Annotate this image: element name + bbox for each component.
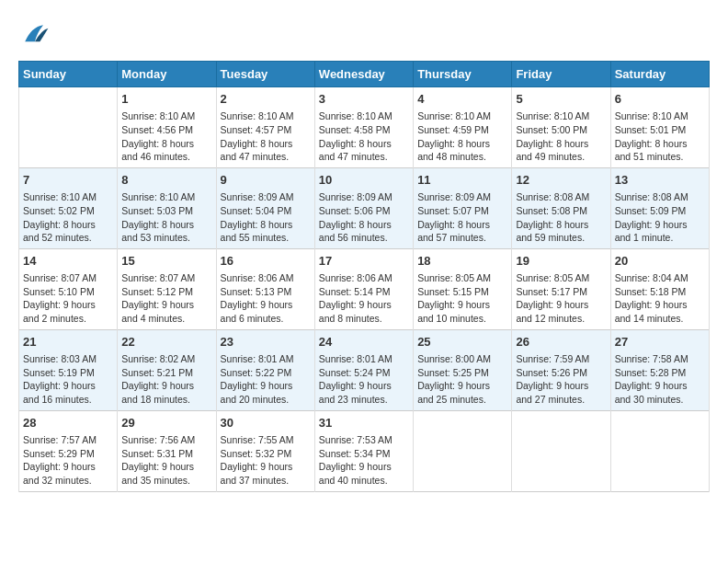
calendar-cell: 19Sunrise: 8:05 AMSunset: 5:17 PMDayligh…	[512, 248, 610, 329]
col-header-friday: Friday	[512, 62, 610, 87]
calendar-cell: 17Sunrise: 8:06 AMSunset: 5:14 PMDayligh…	[314, 248, 413, 329]
day-number: 5	[516, 91, 606, 108]
day-info: Sunrise: 7:55 AMSunset: 5:32 PMDaylight:…	[221, 433, 311, 488]
day-number: 25	[417, 334, 507, 350]
day-info: Sunrise: 8:05 AMSunset: 5:15 PMDaylight:…	[417, 271, 507, 326]
week-row: 21Sunrise: 8:03 AMSunset: 5:19 PMDayligh…	[19, 329, 710, 410]
day-info: Sunrise: 7:57 AMSunset: 5:29 PMDaylight:…	[23, 433, 113, 488]
day-info: Sunrise: 8:03 AMSunset: 5:19 PMDaylight:…	[23, 352, 113, 407]
day-info: Sunrise: 8:08 AMSunset: 5:08 PMDaylight:…	[516, 190, 606, 245]
day-number: 29	[121, 415, 211, 431]
col-header-tuesday: Tuesday	[216, 62, 314, 87]
day-number: 19	[516, 253, 606, 270]
day-info: Sunrise: 8:10 AMSunset: 4:59 PMDaylight:…	[417, 109, 507, 164]
day-info: Sunrise: 8:10 AMSunset: 4:57 PMDaylight:…	[221, 109, 311, 164]
week-row: 28Sunrise: 7:57 AMSunset: 5:29 PMDayligh…	[19, 410, 710, 491]
day-info: Sunrise: 8:04 AMSunset: 5:18 PMDaylight:…	[615, 271, 705, 326]
calendar-cell	[414, 410, 512, 491]
day-info: Sunrise: 8:10 AMSunset: 4:56 PMDaylight:…	[121, 109, 211, 164]
calendar-cell: 31Sunrise: 7:53 AMSunset: 5:34 PMDayligh…	[314, 410, 413, 491]
day-number: 1	[121, 91, 211, 108]
col-header-thursday: Thursday	[414, 62, 512, 87]
day-number: 31	[319, 415, 409, 431]
calendar-table: SundayMondayTuesdayWednesdayThursdayFrid…	[18, 61, 710, 492]
day-info: Sunrise: 7:53 AMSunset: 5:34 PMDaylight:…	[319, 433, 409, 488]
week-row: 14Sunrise: 8:07 AMSunset: 5:10 PMDayligh…	[19, 248, 710, 329]
calendar-cell	[512, 410, 610, 491]
day-info: Sunrise: 8:09 AMSunset: 5:04 PMDaylight:…	[221, 190, 311, 245]
day-number: 17	[319, 253, 409, 270]
day-info: Sunrise: 8:01 AMSunset: 5:22 PMDaylight:…	[221, 352, 311, 407]
calendar-cell: 14Sunrise: 8:07 AMSunset: 5:10 PMDayligh…	[19, 248, 118, 329]
calendar-cell: 21Sunrise: 8:03 AMSunset: 5:19 PMDayligh…	[19, 329, 118, 410]
calendar-cell: 13Sunrise: 8:08 AMSunset: 5:09 PMDayligh…	[610, 167, 709, 248]
day-info: Sunrise: 8:08 AMSunset: 5:09 PMDaylight:…	[615, 190, 705, 245]
week-row: 1Sunrise: 8:10 AMSunset: 4:56 PMDaylight…	[19, 87, 710, 168]
day-info: Sunrise: 8:10 AMSunset: 5:00 PMDaylight:…	[516, 109, 606, 164]
calendar-cell: 5Sunrise: 8:10 AMSunset: 5:00 PMDaylight…	[512, 87, 610, 168]
calendar-cell	[610, 410, 709, 491]
calendar-cell: 4Sunrise: 8:10 AMSunset: 4:59 PMDaylight…	[414, 87, 512, 168]
day-number: 21	[23, 334, 113, 350]
day-info: Sunrise: 8:05 AMSunset: 5:17 PMDaylight:…	[516, 271, 606, 326]
calendar-cell: 11Sunrise: 8:09 AMSunset: 5:07 PMDayligh…	[414, 167, 512, 248]
calendar-cell: 15Sunrise: 8:07 AMSunset: 5:12 PMDayligh…	[118, 248, 216, 329]
day-info: Sunrise: 8:07 AMSunset: 5:10 PMDaylight:…	[23, 271, 113, 326]
day-number: 27	[615, 334, 705, 350]
calendar-cell: 1Sunrise: 8:10 AMSunset: 4:56 PMDaylight…	[118, 87, 216, 168]
day-number: 6	[615, 91, 705, 108]
calendar-cell: 10Sunrise: 8:09 AMSunset: 5:06 PMDayligh…	[314, 167, 413, 248]
day-number: 2	[221, 91, 311, 108]
calendar-cell: 27Sunrise: 7:58 AMSunset: 5:28 PMDayligh…	[610, 329, 709, 410]
day-number: 15	[121, 253, 211, 270]
week-row: 7Sunrise: 8:10 AMSunset: 5:02 PMDaylight…	[19, 167, 710, 248]
day-info: Sunrise: 8:06 AMSunset: 5:13 PMDaylight:…	[221, 271, 311, 326]
calendar-header: SundayMondayTuesdayWednesdayThursdayFrid…	[19, 62, 710, 87]
day-info: Sunrise: 8:10 AMSunset: 5:01 PMDaylight:…	[615, 109, 705, 164]
day-number: 4	[417, 91, 507, 108]
calendar-cell: 3Sunrise: 8:10 AMSunset: 4:58 PMDaylight…	[314, 87, 413, 168]
calendar-cell: 25Sunrise: 8:00 AMSunset: 5:25 PMDayligh…	[414, 329, 512, 410]
calendar-cell: 16Sunrise: 8:06 AMSunset: 5:13 PMDayligh…	[216, 248, 314, 329]
logo	[18, 18, 55, 52]
calendar-cell: 29Sunrise: 7:56 AMSunset: 5:31 PMDayligh…	[118, 410, 216, 491]
calendar-cell: 7Sunrise: 8:10 AMSunset: 5:02 PMDaylight…	[19, 167, 118, 248]
day-number: 3	[319, 91, 409, 108]
calendar-cell: 30Sunrise: 7:55 AMSunset: 5:32 PMDayligh…	[216, 410, 314, 491]
day-info: Sunrise: 8:00 AMSunset: 5:25 PMDaylight:…	[417, 352, 507, 407]
col-header-monday: Monday	[118, 62, 216, 87]
col-header-sunday: Sunday	[19, 62, 118, 87]
day-number: 28	[23, 415, 113, 431]
day-info: Sunrise: 8:06 AMSunset: 5:14 PMDaylight:…	[319, 271, 409, 326]
day-number: 8	[121, 172, 211, 189]
day-number: 12	[516, 172, 606, 189]
day-number: 11	[417, 172, 507, 189]
day-number: 22	[121, 334, 211, 350]
day-number: 9	[221, 172, 311, 189]
day-number: 10	[319, 172, 409, 189]
day-info: Sunrise: 8:09 AMSunset: 5:07 PMDaylight:…	[417, 190, 507, 245]
day-number: 20	[615, 253, 705, 270]
day-info: Sunrise: 8:10 AMSunset: 4:58 PMDaylight:…	[319, 109, 409, 164]
col-header-saturday: Saturday	[610, 62, 709, 87]
day-info: Sunrise: 8:10 AMSunset: 5:03 PMDaylight:…	[121, 190, 211, 245]
calendar-cell: 8Sunrise: 8:10 AMSunset: 5:03 PMDaylight…	[118, 167, 216, 248]
day-info: Sunrise: 7:56 AMSunset: 5:31 PMDaylight:…	[121, 433, 211, 488]
day-number: 18	[417, 253, 507, 270]
page-header	[18, 18, 710, 52]
day-number: 14	[23, 253, 113, 270]
day-info: Sunrise: 7:59 AMSunset: 5:26 PMDaylight:…	[516, 352, 606, 407]
calendar-cell: 9Sunrise: 8:09 AMSunset: 5:04 PMDaylight…	[216, 167, 314, 248]
day-info: Sunrise: 8:07 AMSunset: 5:12 PMDaylight:…	[121, 271, 211, 326]
logo-icon	[18, 18, 51, 52]
calendar-cell: 23Sunrise: 8:01 AMSunset: 5:22 PMDayligh…	[216, 329, 314, 410]
calendar-cell: 26Sunrise: 7:59 AMSunset: 5:26 PMDayligh…	[512, 329, 610, 410]
day-number: 26	[516, 334, 606, 350]
calendar-cell	[19, 87, 118, 168]
day-number: 7	[23, 172, 113, 189]
day-number: 30	[221, 415, 311, 431]
day-number: 24	[319, 334, 409, 350]
col-header-wednesday: Wednesday	[314, 62, 413, 87]
day-info: Sunrise: 8:10 AMSunset: 5:02 PMDaylight:…	[23, 190, 113, 245]
day-info: Sunrise: 7:58 AMSunset: 5:28 PMDaylight:…	[615, 352, 705, 407]
